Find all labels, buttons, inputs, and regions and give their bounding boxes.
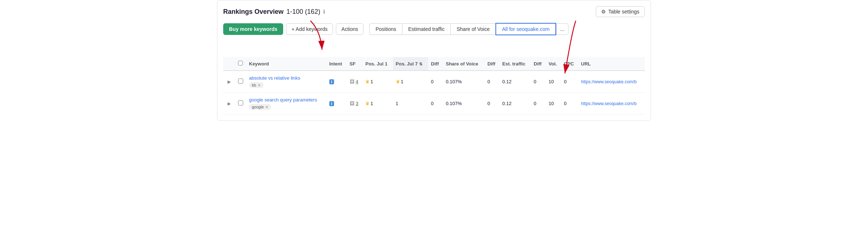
pos-jul1-cell: ♛1	[362, 93, 393, 115]
pos-jul1-cell: ♛1	[362, 71, 393, 93]
rankings-table: Keyword Intent SF Pos. Jul 1 Pos. Jul 7 …	[223, 57, 645, 115]
keyword-tag: google ✕	[249, 104, 271, 110]
row-checkbox[interactable]	[238, 79, 243, 84]
info-icon[interactable]: ℹ	[323, 9, 325, 15]
tab-estimated-traffic[interactable]: Estimated traffic	[402, 23, 450, 35]
diff2-cell: 0	[485, 71, 499, 93]
col-diff1: Diff	[428, 57, 443, 71]
col-est-traffic: Est. traffic	[499, 57, 531, 71]
tag-remove-button[interactable]: ✕	[265, 105, 268, 109]
sf-value: 4	[356, 79, 358, 84]
sf-cell: 🖼 3	[347, 93, 363, 115]
vol-cell: 10	[546, 71, 561, 93]
sort-icon: ⇅	[419, 62, 422, 66]
tab-share-of-voice[interactable]: Share of Voice	[450, 23, 495, 35]
sf-icon: 🖼	[350, 101, 354, 106]
row-checkbox[interactable]	[238, 100, 243, 105]
crown-icon: ♛	[365, 79, 370, 84]
expand-button[interactable]: ▶	[226, 79, 232, 85]
col-url: URL	[578, 57, 645, 71]
keyword-tag: kb ✕	[249, 82, 264, 88]
url-link[interactable]: https://www.seoquake.com/b	[581, 101, 637, 106]
col-keyword: Keyword	[246, 57, 326, 71]
sf-icon: 🖼	[350, 79, 354, 84]
col-intent: Intent	[326, 57, 347, 71]
url-link[interactable]: https://www.seoquake.com/b	[581, 79, 637, 84]
row-expand-cell[interactable]: ▶	[223, 93, 235, 115]
keyword-cell: google search query parameters google ✕	[246, 93, 326, 115]
sf-value: 3	[356, 101, 358, 106]
col-cpc: CPC	[561, 57, 578, 71]
vol-cell: 10	[546, 93, 561, 115]
diff3-cell: 0	[531, 71, 546, 93]
sov-cell: 0.107%	[443, 93, 484, 115]
intent-badge: I	[329, 101, 334, 106]
est-traffic-cell: 0.12	[499, 71, 531, 93]
table-settings-button[interactable]: ⚙ Table settings	[596, 6, 645, 17]
page-range: 1-100 (162)	[286, 8, 320, 16]
row-checkbox-cell[interactable]	[235, 93, 246, 115]
diff2-cell: 0	[485, 93, 499, 115]
col-expand	[223, 57, 235, 71]
intent-cell: I	[326, 71, 347, 93]
row-checkbox-cell[interactable]	[235, 71, 246, 93]
cpc-cell: 0	[561, 93, 578, 115]
sf-cell: 🖼 4	[347, 71, 363, 93]
col-diff2: Diff	[485, 57, 499, 71]
add-keywords-button[interactable]: + Add keywords	[286, 23, 333, 35]
diff3-cell: 0	[531, 93, 546, 115]
cpc-cell: 0	[561, 71, 578, 93]
gear-icon: ⚙	[601, 9, 606, 15]
col-pos-jul1: Pos. Jul 1	[362, 57, 393, 71]
tag-remove-button[interactable]: ✕	[258, 83, 261, 87]
col-sf: SF	[347, 57, 363, 71]
url-cell: https://www.seoquake.com/b	[578, 71, 645, 93]
tab-positions[interactable]: Positions	[369, 23, 402, 35]
select-all-checkbox[interactable]	[238, 61, 243, 65]
page-title: Rankings Overview	[223, 8, 284, 16]
col-vol: Vol.	[546, 57, 561, 71]
crown-icon-2: ♛	[396, 79, 400, 84]
tag-label: kb	[252, 83, 256, 87]
col-diff3: Diff	[531, 57, 546, 71]
keyword-cell: absolute vs relative links kb ✕	[246, 71, 326, 93]
expand-button[interactable]: ▶	[226, 100, 232, 107]
tag-label: google	[252, 105, 264, 109]
tab-more-button[interactable]: ...	[556, 23, 568, 35]
keyword-link[interactable]: google search query parameters	[249, 97, 324, 103]
crown-icon: ♛	[365, 101, 370, 106]
tab-all-seoquake[interactable]: All for seoquake.com	[495, 23, 556, 35]
est-traffic-cell: 0.12	[499, 93, 531, 115]
intent-badge: I	[329, 79, 334, 84]
row-expand-cell[interactable]: ▶	[223, 71, 235, 93]
table-settings-label: Table settings	[608, 9, 639, 15]
keyword-link[interactable]: absolute vs relative links	[249, 75, 324, 81]
pos-jul7-cell: 1	[393, 93, 428, 115]
col-sov: Share of Voice	[443, 57, 484, 71]
sov-cell: 0.107%	[443, 71, 484, 93]
diff1-cell: 0	[428, 71, 443, 93]
table-row: ▶ google search query parameters google …	[223, 93, 645, 115]
diff1-cell: 0	[428, 93, 443, 115]
col-pos-jul7[interactable]: Pos. Jul 7 ⇅	[393, 57, 428, 71]
url-cell: https://www.seoquake.com/b	[578, 93, 645, 115]
actions-button[interactable]: Actions	[336, 23, 363, 35]
intent-cell: I	[326, 93, 347, 115]
buy-keywords-button[interactable]: Buy more keywords	[223, 23, 283, 35]
pos-jul7-cell: ♛1	[393, 71, 428, 93]
table-row: ▶ absolute vs relative links kb ✕	[223, 71, 645, 93]
view-tabs: Positions Estimated traffic Share of Voi…	[369, 23, 568, 35]
col-checkbox	[235, 57, 246, 71]
